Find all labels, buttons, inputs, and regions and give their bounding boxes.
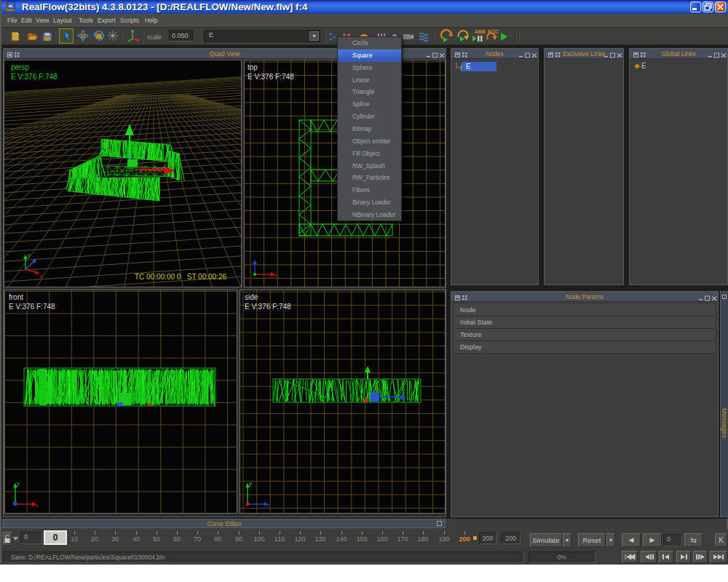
- svg-text:persp: persp: [11, 63, 29, 71]
- svg-text:y: y: [249, 480, 252, 487]
- svg-text:ABB: ABB: [475, 29, 486, 34]
- svg-text:y: y: [28, 252, 31, 258]
- svg-text:z: z: [267, 502, 270, 509]
- svg-text:E V:376 F:748: E V:376 F:748: [245, 303, 291, 311]
- svg-text:y: y: [17, 480, 20, 487]
- svg-text:x: x: [274, 272, 277, 279]
- svg-text:top: top: [248, 63, 258, 71]
- svg-text:E V:376 F:748: E V:376 F:748: [9, 303, 55, 311]
- svg-text:x: x: [35, 502, 38, 509]
- svg-text:E V:376 F:748: E V:376 F:748: [11, 73, 58, 81]
- svg-text:front: front: [9, 293, 23, 301]
- svg-text:TC 00:00:00 0 ST 00:00:26: TC 00:00:00 0 ST 00:00:26: [135, 273, 226, 281]
- svg-text:x: x: [39, 273, 42, 279]
- svg-text:E V:376 F:748: E V:376 F:748: [248, 73, 294, 81]
- svg-text:side: side: [245, 293, 258, 301]
